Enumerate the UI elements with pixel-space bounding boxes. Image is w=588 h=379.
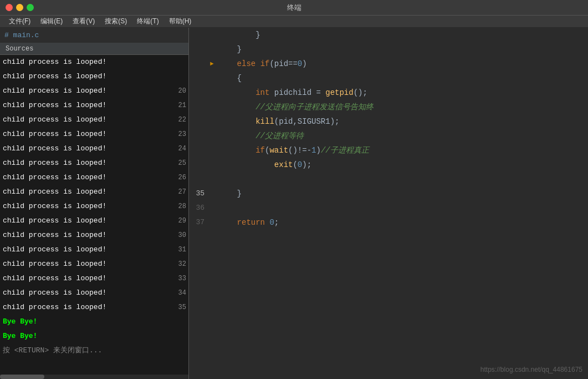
- terminal-text: child process is looped!: [3, 127, 106, 142]
- terminal-panel: # main.c Sources child process is looped…: [0, 28, 188, 379]
- code-content: int pidchild = getpid();: [218, 85, 588, 100]
- list-item: Bye Bye!: [0, 315, 188, 329]
- code-content: }: [218, 42, 588, 57]
- menu-terminal[interactable]: 终端(T): [132, 16, 163, 27]
- code-content: exit(0);: [218, 158, 588, 172]
- list-item: child process is looped! 32: [0, 257, 188, 271]
- list-item: child process is looped! 28: [0, 199, 188, 214]
- menu-file[interactable]: 文件(F): [4, 16, 35, 27]
- code-line: //父进程向子进程发送信号告知终: [189, 100, 588, 114]
- list-item: child process is looped! 20: [0, 84, 188, 98]
- terminal-text: child process is looped!: [3, 113, 106, 127]
- list-item: child process is looped!: [0, 69, 188, 84]
- code-line: [189, 172, 588, 186]
- menu-search[interactable]: 搜索(S): [100, 16, 131, 27]
- menu-view[interactable]: 查看(V): [68, 16, 99, 27]
- code-content: {: [218, 71, 588, 85]
- window-title: 终端: [287, 3, 301, 13]
- minimize-button[interactable]: [16, 4, 23, 11]
- line-number: 35: [189, 186, 210, 201]
- code-content: else if(pid==0): [218, 57, 588, 71]
- list-item: Bye Bye!: [0, 329, 188, 343]
- terminal-text: child process is looped!: [3, 156, 106, 170]
- sources-label: Sources: [6, 45, 33, 53]
- list-item: child process is looped! 34: [0, 286, 188, 300]
- terminal-text: child process is looped!: [3, 84, 106, 98]
- watermark: https://blog.csdn.net/qq_44861675: [480, 366, 582, 373]
- code-content: //父进程等待: [218, 129, 588, 143]
- code-line: }: [189, 28, 588, 42]
- terminal-text: child process is looped!: [3, 69, 106, 84]
- code-area: } } ► else if(pid==0) {: [189, 28, 588, 230]
- menu-bar: 文件(F) 编辑(E) 查看(V) 搜索(S) 终端(T) 帮助(H): [0, 16, 588, 28]
- list-item: child process is looped! 31: [0, 242, 188, 257]
- list-item: child process is looped! 22: [0, 113, 188, 127]
- code-content: kill(pid,SIGUSR1);: [218, 114, 588, 129]
- terminal-text: child process is looped!: [3, 214, 106, 228]
- terminal-text: child process is looped!: [3, 300, 106, 315]
- code-panel: } } ► else if(pid==0) {: [189, 28, 588, 379]
- terminal-text: child process is looped!: [3, 142, 106, 156]
- terminal-text: Bye Bye!: [3, 329, 37, 343]
- code-line: if(wait()!=-1)//子进程真正: [189, 143, 588, 158]
- code-line: exit(0);: [189, 158, 588, 172]
- code-line: 37 return 0;: [189, 215, 588, 230]
- code-line: //父进程等待: [189, 129, 588, 143]
- list-item: child process is looped! 25: [0, 156, 188, 170]
- code-line: ► else if(pid==0): [189, 57, 588, 71]
- menu-help[interactable]: 帮助(H): [165, 16, 196, 27]
- terminal-text: child process is looped!: [3, 228, 106, 242]
- terminal-text: child process is looped!: [3, 199, 106, 214]
- list-item: child process is looped! 21: [0, 98, 188, 113]
- terminal-text: 按 <RETURN> 来关闭窗口...: [3, 343, 102, 358]
- code-line: kill(pid,SIGUSR1);: [189, 114, 588, 129]
- terminal-output: child process is looped! child process i…: [0, 55, 188, 358]
- menu-edit[interactable]: 编辑(E): [36, 16, 67, 27]
- return-line: 按 <RETURN> 来关闭窗口...: [0, 343, 188, 358]
- code-line: }: [189, 42, 588, 57]
- window-controls[interactable]: [6, 4, 34, 11]
- dropdown-file-link[interactable]: # main.c: [4, 31, 39, 39]
- list-item: child process is looped! 30: [0, 228, 188, 242]
- code-content: //父进程向子进程发送信号告知终: [218, 100, 588, 114]
- list-item: child process is looped! 29: [0, 214, 188, 228]
- code-content: }: [218, 186, 588, 201]
- code-content: [218, 172, 588, 186]
- dropdown-row1: # main.c: [0, 28, 188, 43]
- dropdown-overlay: # main.c Sources: [0, 28, 188, 55]
- terminal-text: child process is looped!: [3, 242, 106, 257]
- scroll-thumb[interactable]: [0, 375, 44, 379]
- code-content: [218, 201, 588, 215]
- list-item: child process is looped! 26: [0, 170, 188, 185]
- code-line: 35 }: [189, 186, 588, 201]
- terminal-text: child process is looped!: [3, 98, 106, 113]
- list-item: child process is looped! 23: [0, 127, 188, 142]
- terminal-text: Bye Bye!: [3, 315, 37, 329]
- line-number: 36: [189, 201, 210, 215]
- horizontal-scrollbar[interactable]: [0, 375, 188, 379]
- list-item: child process is looped! 27: [0, 185, 188, 199]
- terminal-text: child process is looped!: [3, 257, 106, 271]
- code-content: return 0;: [218, 215, 588, 230]
- terminal-text: child process is looped!: [3, 55, 106, 69]
- list-item: child process is looped! 35: [0, 300, 188, 315]
- code-content: if(wait()!=-1)//子进程真正: [218, 143, 588, 158]
- code-line: 36: [189, 201, 588, 215]
- close-button[interactable]: [6, 4, 13, 11]
- code-arrow: ►: [210, 57, 218, 71]
- code-line: int pidchild = getpid();: [189, 85, 588, 100]
- main-content: # main.c Sources child process is looped…: [0, 28, 588, 379]
- list-item: child process is looped!: [0, 55, 188, 69]
- terminal-text: child process is looped!: [3, 271, 106, 286]
- list-item: child process is looped! 33: [0, 271, 188, 286]
- terminal-text: child process is looped!: [3, 170, 106, 185]
- list-item: child process is looped! 24: [0, 142, 188, 156]
- title-bar: 终端: [0, 0, 588, 16]
- code-content: }: [218, 28, 588, 42]
- code-line: {: [189, 71, 588, 85]
- line-number: 37: [189, 215, 210, 230]
- terminal-text: child process is looped!: [3, 286, 106, 300]
- terminal-text: child process is looped!: [3, 185, 106, 199]
- maximize-button[interactable]: [27, 4, 34, 11]
- dropdown-sources: Sources: [0, 43, 188, 55]
